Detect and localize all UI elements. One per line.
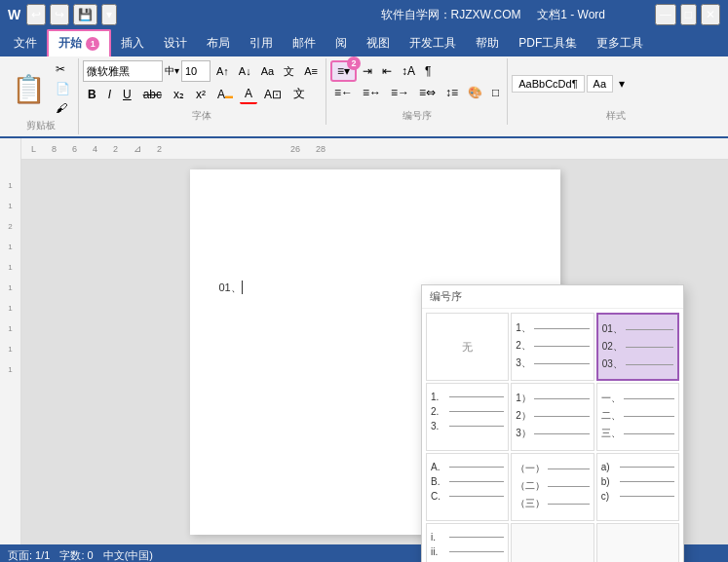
- paste-icon: 📋: [12, 74, 46, 104]
- font-style-button[interactable]: 文: [280, 62, 298, 81]
- qa-more-button[interactable]: ▾: [101, 4, 117, 25]
- window-controls: — □ ✕: [655, 4, 720, 25]
- text-highlight-button[interactable]: A▬: [212, 86, 238, 103]
- char-border-button[interactable]: A⊡: [259, 86, 287, 103]
- copy-button[interactable]: 📄: [52, 80, 74, 97]
- indent-increase-button[interactable]: ⇥: [359, 62, 376, 80]
- numbering-dropdown: 编号序 无 1、 2、 3、 01、 02、: [421, 284, 684, 562]
- font-size-decrease-button[interactable]: A↓: [235, 63, 255, 79]
- cut-button[interactable]: ✂: [52, 60, 74, 78]
- styles-gallery: AaBbCcDd¶ Aa ▾: [512, 60, 720, 107]
- menu-layout[interactable]: 布局: [197, 31, 240, 56]
- language-indicator: 中文(中国): [103, 548, 153, 563]
- justify-button[interactable]: ≡⇔: [415, 84, 440, 101]
- menu-home-badge: 1: [86, 37, 99, 51]
- menu-review[interactable]: 阅: [326, 31, 357, 56]
- menu-pdf-tools[interactable]: PDF工具集: [509, 31, 587, 56]
- strikethrough-button[interactable]: abc: [138, 86, 167, 103]
- list-style-none[interactable]: 无: [426, 313, 509, 381]
- clipboard-label: 剪贴板: [8, 119, 74, 132]
- popup-grid: 无 1、 2、 3、 01、 02、 03、: [422, 309, 683, 562]
- menu-references[interactable]: 引用: [240, 31, 283, 56]
- phonetic-guide-button[interactable]: 文: [288, 84, 310, 104]
- list-style-01-num[interactable]: 01、 02、 03、: [596, 313, 679, 381]
- clear-format-button[interactable]: Aa: [257, 63, 278, 79]
- title-bar-left: W ↩ ↪ 💾 ▾: [8, 4, 331, 25]
- list-style-paren-num[interactable]: 1） 2） 3）: [511, 383, 594, 451]
- doc-main: L 8 6 4 2 ⊿ 2 26 28 01、 编号序: [21, 138, 728, 544]
- cut-icon: ✂: [56, 62, 65, 76]
- list-style-roman-lower[interactable]: i. ii. iii.: [426, 523, 509, 562]
- style-normal[interactable]: AaBbCcDd¶: [512, 75, 584, 93]
- font-size-increase-button[interactable]: A↑: [212, 63, 233, 79]
- copy-icon: 📄: [56, 82, 70, 95]
- page-info: 页面: 1/1: [8, 548, 50, 563]
- list-icon: ≡: [337, 64, 344, 78]
- sort-button[interactable]: ↕A: [398, 62, 419, 80]
- font-name-dropdown-icon[interactable]: 中▾: [165, 64, 179, 78]
- cursor: [242, 281, 243, 294]
- italic-button[interactable]: I: [103, 86, 116, 103]
- menu-dev-tools[interactable]: 开发工具: [400, 31, 466, 56]
- list-cell-empty-1[interactable]: [511, 523, 594, 562]
- list-style-alpha-upper[interactable]: A. B. C.: [426, 453, 509, 521]
- menu-home[interactable]: 开始 1: [47, 29, 111, 56]
- redo-button[interactable]: ↪: [50, 4, 69, 25]
- indent-decrease-button[interactable]: ⇤: [378, 62, 396, 80]
- font-name-input[interactable]: [83, 60, 163, 82]
- list-style-alpha-lower[interactable]: a) b) c): [596, 453, 679, 521]
- list-style-chinese-full-paren[interactable]: （一） （二） （三）: [511, 453, 594, 521]
- subscript-button[interactable]: x₂: [169, 86, 189, 103]
- list-style-period-num[interactable]: 1. 2. 3.: [426, 383, 509, 451]
- superscript-button[interactable]: x²: [191, 86, 211, 103]
- menu-mail[interactable]: 邮件: [283, 31, 326, 56]
- menu-file[interactable]: 文件: [4, 31, 47, 56]
- align-right-button[interactable]: ≡→: [387, 84, 413, 101]
- border-button[interactable]: □: [488, 84, 503, 101]
- clipboard-buttons: 📋 ✂ 📄 🖌: [8, 60, 74, 117]
- popup-header: 编号序: [422, 285, 683, 309]
- word-logo-icon: W: [8, 7, 20, 22]
- menu-design[interactable]: 设计: [154, 31, 197, 56]
- title-bar: W ↩ ↪ 💾 ▾ 软件自学网：RJZXW.COM 文档1 - Word — □…: [0, 0, 728, 29]
- save-button[interactable]: 💾: [73, 4, 97, 25]
- font-color-button[interactable]: A: [240, 85, 257, 104]
- ribbon: 📋 ✂ 📄 🖌 剪贴板 中▾ A↑ A↓ Aa: [0, 56, 728, 138]
- list-style-chinese-chars[interactable]: 一、 二、 三、: [596, 383, 679, 451]
- format-painter-button[interactable]: 🖌: [52, 99, 74, 117]
- minimize-button[interactable]: —: [655, 4, 676, 25]
- quick-access-toolbar: ↩ ↪ 💾 ▾: [26, 4, 117, 25]
- font-size-input[interactable]: [181, 60, 211, 82]
- align-left-button[interactable]: ≡←: [330, 84, 357, 101]
- list-item-01: 01、: [219, 281, 242, 293]
- text-effects-button[interactable]: A≡: [300, 63, 322, 79]
- line-spacing-button[interactable]: ↕≡: [441, 84, 462, 101]
- maximize-button[interactable]: □: [680, 4, 697, 25]
- page-area[interactable]: 01、 编号序 无 1、 2、 3、: [21, 160, 728, 544]
- close-button[interactable]: ✕: [701, 4, 720, 25]
- paste-button[interactable]: 📋: [8, 71, 50, 107]
- menu-more-tools[interactable]: 更多工具: [587, 31, 653, 56]
- align-center-button[interactable]: ≡↔: [359, 84, 385, 101]
- list-style-chinese-num[interactable]: 1、 2、 3、: [511, 313, 594, 381]
- undo-button[interactable]: ↩: [26, 4, 46, 25]
- style-heading[interactable]: Aa: [587, 75, 613, 93]
- shading-button[interactable]: 🎨: [464, 84, 486, 101]
- menu-insert[interactable]: 插入: [111, 31, 154, 56]
- list-button-highlighted[interactable]: ≡▾ 2: [330, 60, 357, 82]
- underline-button[interactable]: U: [118, 86, 136, 103]
- format-painter-icon: 🖌: [56, 101, 67, 115]
- ribbon-styles-section: AaBbCcDd¶ Aa ▾ 样式: [508, 58, 724, 125]
- ribbon-paragraph-section: ≡▾ 2 ⇥ ⇤ ↕A ¶ ≡← ≡↔ ≡→ ≡⇔ ↕≡ 🎨 □: [326, 58, 508, 125]
- styles-more-button[interactable]: ▾: [615, 75, 629, 93]
- doc-area: 1 1 2 1 1 1 1 1 1 1 L 8 6 4 2 ⊿ 2 26 28: [0, 138, 728, 544]
- bold-button[interactable]: B: [83, 86, 101, 103]
- list-cell-empty-2[interactable]: [596, 523, 679, 562]
- title-bar-title: 软件自学网：RJZXW.COM 文档1 - Word: [331, 7, 655, 23]
- show-marks-button[interactable]: ¶: [421, 62, 435, 80]
- styles-label: 样式: [512, 109, 720, 123]
- menu-help[interactable]: 帮助: [466, 31, 509, 56]
- word-count: 字数: 0: [59, 548, 93, 563]
- menu-view[interactable]: 视图: [357, 31, 400, 56]
- ribbon-clipboard-section: 📋 ✂ 📄 🖌 剪贴板: [4, 58, 79, 134]
